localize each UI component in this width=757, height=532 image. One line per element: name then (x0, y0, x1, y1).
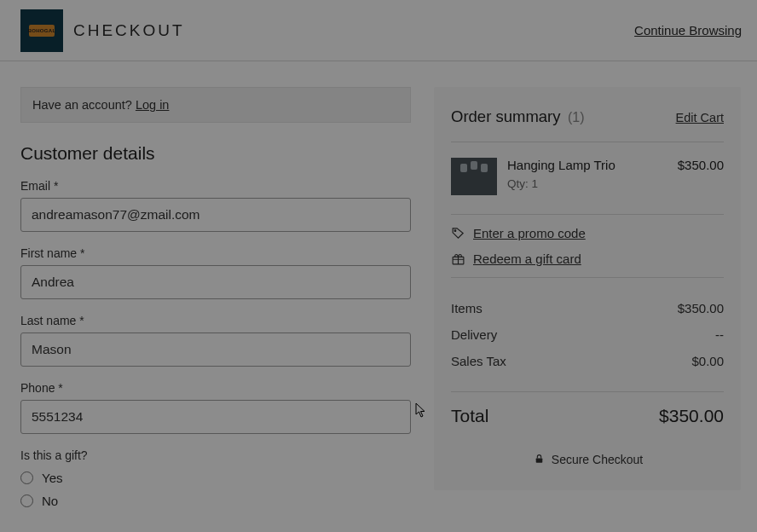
gift-no-radio[interactable] (20, 494, 33, 507)
page-title: CHECKOUT (73, 21, 185, 40)
brand-mark: BOHOGAL (29, 25, 55, 37)
summary-totals: Items $350.00 Delivery -- Sales Tax $0.0… (451, 278, 724, 391)
edit-cart-link[interactable]: Edit Cart (676, 111, 724, 124)
gift-yes-label: Yes (42, 471, 62, 485)
secure-checkout-label: Secure Checkout (552, 453, 643, 466)
login-prompt-text: Have an account? (32, 98, 136, 112)
items-value: $350.00 (678, 301, 724, 315)
items-subtotal-row: Items $350.00 (451, 295, 724, 321)
first-name-field-group: First name * (20, 246, 411, 299)
items-label: Items (451, 301, 483, 315)
tax-label: Sales Tax (451, 354, 506, 368)
grand-total-row: Total $350.00 (451, 392, 724, 426)
phone-field-group: Phone * (20, 381, 411, 434)
summary-title-wrap: Order summary (1) (451, 107, 585, 126)
last-name-field-group: Last name * (20, 314, 411, 367)
phone-input[interactable] (20, 400, 411, 434)
email-field-group: Email * (20, 179, 411, 232)
item-top-row: Hanging Lamp Trio $350.00 (507, 158, 724, 172)
lock-icon (532, 452, 546, 466)
email-label: Email * (20, 179, 411, 193)
delivery-row: Delivery -- (451, 321, 724, 348)
gift-card-row: Redeem a gift card (451, 252, 724, 277)
tax-row: Sales Tax $0.00 (451, 348, 724, 374)
svg-rect-2 (536, 458, 543, 462)
header-left: BOHOGAL CHECKOUT (20, 9, 185, 52)
total-label: Total (451, 406, 488, 426)
svg-point-0 (454, 230, 456, 232)
promo-code-link[interactable]: Enter a promo code (473, 226, 586, 240)
secure-checkout-row: Secure Checkout (451, 452, 724, 466)
content: Have an account? Log in Customer details… (0, 61, 757, 508)
brand-logo[interactable]: BOHOGAL (20, 9, 63, 52)
phone-label: Phone * (20, 381, 411, 395)
last-name-label: Last name * (20, 314, 411, 327)
item-thumbnail (451, 158, 497, 195)
delivery-value: -- (715, 327, 724, 342)
item-name: Hanging Lamp Trio (507, 158, 615, 172)
header: BOHOGAL CHECKOUT Continue Browsing (0, 0, 757, 61)
gift-icon (451, 252, 465, 266)
tax-value: $0.00 (691, 354, 724, 368)
summary-title: Order summary (451, 107, 561, 125)
tag-icon (451, 226, 465, 240)
promo-row: Enter a promo code (451, 215, 724, 252)
last-name-input[interactable] (20, 332, 411, 367)
item-info: Hanging Lamp Trio $350.00 Qty: 1 (507, 158, 724, 195)
gift-yes-radio[interactable] (20, 471, 33, 484)
item-qty: Qty: 1 (507, 177, 724, 190)
total-value: $350.00 (659, 406, 724, 426)
first-name-input[interactable] (20, 265, 411, 299)
summary-count: (1) (568, 110, 585, 124)
item-price: $350.00 (678, 158, 724, 172)
order-summary-panel: Order summary (1) Edit Cart Hanging Lamp… (434, 87, 741, 490)
gift-no-label: No (42, 494, 58, 508)
gift-yes-row[interactable]: Yes (20, 471, 411, 485)
customer-column: Have an account? Log in Customer details… (20, 87, 411, 508)
login-link[interactable]: Log in (136, 98, 170, 112)
gift-question-label: Is this a gift? (20, 448, 411, 462)
login-prompt: Have an account? Log in (20, 87, 411, 123)
gift-no-row[interactable]: No (20, 494, 411, 508)
delivery-label: Delivery (451, 327, 497, 342)
first-name-label: First name * (20, 246, 411, 260)
gift-card-link[interactable]: Redeem a gift card (473, 252, 581, 266)
customer-details-heading: Customer details (20, 143, 411, 164)
continue-browsing-link[interactable]: Continue Browsing (634, 23, 742, 38)
summary-header: Order summary (1) Edit Cart (451, 107, 724, 126)
cart-item-row: Hanging Lamp Trio $350.00 Qty: 1 (451, 142, 724, 214)
email-input[interactable] (20, 198, 411, 232)
